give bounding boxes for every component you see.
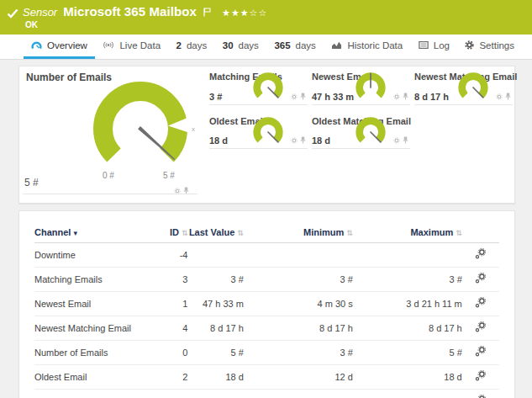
edit-channel-icon[interactable] [475,373,486,383]
edit-channel-icon[interactable] [475,348,486,358]
channel-id: 5 [150,390,187,398]
tab-live-data[interactable]: Live Data [95,34,168,59]
table-row[interactable]: Number of Emails 0 5 # 3 # 5 # [34,341,499,365]
pin-icon[interactable] [403,88,408,103]
sort-icon[interactable]: ⇅ [456,229,462,237]
channel-last-value [187,243,243,268]
sensor-header: Sensor Microsoft 365 Mailbox ★★★☆☆ OK [0,0,532,34]
tab-label: days [187,40,207,50]
sort-icon[interactable]: ⇅ [182,229,188,237]
priority-stars-filled[interactable]: ★★★ [222,8,250,19]
gear-icon [465,40,474,51]
column-header-minimum[interactable]: Minimum⇅ [244,225,353,243]
tab-number: 2 [176,40,182,50]
column-header-actions [462,225,499,243]
table-row[interactable]: Matching Emails 3 3 # 3 # 3 # [34,268,499,292]
gauge [456,70,491,105]
gear-icon[interactable] [291,88,298,103]
pin-icon[interactable] [403,132,408,147]
column-header-id[interactable]: ID⇅ [150,225,187,243]
sort-desc-icon[interactable]: ▾ [73,229,77,237]
edit-channel-icon[interactable] [475,324,486,334]
gauge-scale-min: 0 # [103,171,114,180]
channel-id: 3 [150,268,187,292]
gauge [353,70,388,105]
sensor-status-badge: OK [25,20,38,29]
tab-label: days [296,40,316,50]
channel-maximum [353,243,462,268]
tab-2-days[interactable]: 2 days [169,34,215,59]
tab-historic-data[interactable]: Historic Data [324,34,410,59]
pin-icon[interactable] [300,88,306,103]
gauge [353,114,388,150]
table-row[interactable]: Newest Matching Email 4 8 d 17 h 8 d 17 … [34,316,499,341]
tab-bar: Overview Live Data 2 days 30 days 365 da… [0,34,532,60]
edit-channel-icon[interactable] [475,251,486,261]
tab-settings[interactable]: Settings [457,34,522,59]
channels-table: Channel▾ ID⇅ Last Value⇅ Minimum⇅ Maximu… [34,225,499,398]
column-header-channel[interactable]: Channel▾ [34,225,150,243]
main-gauge-value: 5 # [24,177,39,188]
table-row[interactable]: Downtime -4 [34,243,499,268]
gauge-value: 18 d [209,135,228,146]
column-header-last-value[interactable]: Last Value⇅ [187,225,243,243]
channel-minimum: 4 m 30 s [244,292,353,316]
sensor-kind-label: Sensor [23,6,57,19]
channel-name: Oldest Email [34,365,150,390]
channel-name: Newest Matching Email [34,316,150,341]
tab-label: Log [434,40,450,50]
tab-30-days[interactable]: 30 days [215,34,266,59]
channel-id: 2 [150,365,187,390]
tab-365-days[interactable]: 365 days [266,34,323,59]
channel-last-value: 3 # [187,268,243,292]
tab-label: Overview [47,40,87,50]
gauge-icon [31,40,42,51]
channel-name: Oldest Matching Email [34,390,150,398]
sensor-overview-page: Sensor Microsoft 365 Mailbox ★★★☆☆ OK Ov… [0,0,532,398]
tab-overview[interactable]: Overview [24,34,95,59]
flag-icon[interactable] [203,5,211,20]
table-row[interactable]: Newest Email 1 47 h 33 m 4 m 30 s 3 d 21… [34,292,499,316]
sensor-title: Microsoft 365 Mailbox [63,4,197,19]
table-row[interactable]: Oldest Matching Email 5 18 d 18 d 18 d [34,390,499,398]
gauge-value: 47 h 33 m [312,92,354,102]
channel-id: 4 [150,316,187,341]
gear-icon[interactable] [393,88,400,103]
edit-channel-icon[interactable] [475,275,486,285]
gauge-scale-max: 5 # [163,171,175,180]
channel-id: 1 [150,292,187,316]
gear-icon[interactable] [393,132,400,147]
pin-icon[interactable] [300,132,306,147]
divider [23,194,198,194]
priority-stars[interactable]: ★★★☆☆ [222,8,267,19]
gauge-card-newest-matching-email: Newest Matching Email 8 d 17 h [414,70,513,105]
tab-label: days [239,40,259,50]
pin-icon[interactable] [505,88,511,103]
column-header-maximum[interactable]: Maximum⇅ [353,225,462,243]
gear-icon[interactable] [291,132,298,147]
priority-stars-empty[interactable]: ☆☆ [250,8,268,19]
channel-minimum: 3 # [244,341,353,365]
gear-icon[interactable] [174,183,181,198]
sort-icon[interactable]: ⇅ [237,229,244,237]
channel-name: Number of Emails [34,341,150,365]
channel-name: Downtime [34,243,150,268]
channel-last-value: 18 d [187,390,243,398]
gauge-card-newest-email: Newest Email 47 h 33 m [312,70,410,105]
channel-last-value: 8 d 17 h [187,316,243,341]
tab-log[interactable]: Log [411,34,457,59]
pin-icon[interactable] [183,183,189,198]
gear-icon[interactable] [496,88,503,103]
tab-label: Live Data [119,40,161,50]
gauge [250,114,286,150]
gauge-card-matching-emails: Matching Emails 3 # [209,70,308,105]
channel-minimum: 3 # [244,268,353,292]
edit-channel-icon[interactable] [475,300,486,310]
sort-icon[interactable]: ⇅ [346,229,353,237]
table-row[interactable]: Oldest Email 2 18 d 12 d 18 d [34,365,499,390]
gauge [250,70,286,105]
channel-maximum: 3 # [353,268,462,292]
gauge-value: 3 # [209,92,222,102]
channel-last-value: 5 # [187,341,243,365]
signal-icon [103,40,114,51]
